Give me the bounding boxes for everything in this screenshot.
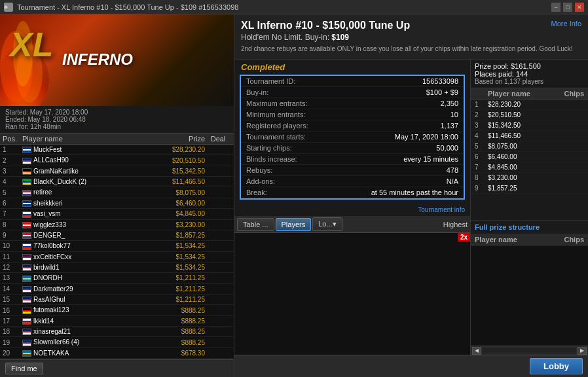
info-label-id: Tournament ID: <box>246 77 344 85</box>
flag-de <box>22 308 31 314</box>
find-me-button[interactable]: Find me <box>5 363 43 374</box>
close-button[interactable]: ✕ <box>575 3 584 12</box>
scroll-track[interactable] <box>483 348 576 353</box>
table-row[interactable]: 20NOETKAKA$678.30 <box>0 348 234 359</box>
info-row-break: Break: at 55 minutes past the hour <box>241 187 464 198</box>
tournament-info-link[interactable]: Tournament info <box>234 205 470 216</box>
info-value-break: at 55 minutes past the hour <box>344 188 458 196</box>
player-prize: $11,466.50 <box>153 178 205 185</box>
table-row[interactable]: 14Darkmatter29$1,211.25 <box>0 284 234 295</box>
flag-se <box>22 350 31 357</box>
tab-table[interactable]: Table ... <box>237 218 274 231</box>
scroll-right-button[interactable]: ▶ <box>578 347 587 355</box>
tab-lobby[interactable]: Lo...▾ <box>312 217 342 231</box>
player-pos: 18 <box>3 328 22 335</box>
middle-section: Completed Tournament ID: 156533098 Buy-i… <box>234 60 588 355</box>
col-deal-header: Deal <box>205 135 231 143</box>
player-prize: $6,460.00 <box>153 200 205 207</box>
info-label-break: Break: <box>246 188 344 196</box>
minimize-button[interactable]: − <box>551 3 560 12</box>
table-row[interactable]: 21creosbaldo (2)$678.30 <box>0 359 234 359</box>
tournament-details: Completed Tournament ID: 156533098 Buy-i… <box>234 60 470 355</box>
table-row[interactable]: 18xinasregal21$888.25 <box>0 327 234 337</box>
player-chips-list[interactable] <box>471 245 588 346</box>
tabs-highest: Highest <box>443 221 468 228</box>
player-name: GramNaKartike <box>22 168 153 175</box>
player-prize: $8,075.00 <box>153 189 205 196</box>
tab-players[interactable]: Players <box>276 218 312 231</box>
ran-for: Ran for: 12h 48min <box>5 123 229 130</box>
info-row-chips: Starting chips: 50,000 <box>241 143 464 154</box>
prize-name: $8,075.00 <box>488 143 584 150</box>
player-pos: 9 <box>3 232 22 239</box>
player-prize: $888.25 <box>153 339 205 346</box>
info-row-max: Maximum entrants: 2,350 <box>241 98 464 109</box>
player-chips-header: Player name Chips <box>471 234 588 245</box>
player-pos: 6 <box>3 200 22 207</box>
player-name: DNORDH <box>22 274 153 281</box>
started-date: Started: May 17, 2020 18:00 <box>5 109 229 116</box>
table-row[interactable]: 1MuckFest$28,230.20 <box>0 145 234 155</box>
full-prize-anchor[interactable]: Full prize structure <box>475 223 540 231</box>
maximize-button[interactable]: □ <box>563 3 572 12</box>
left-panel: XL INFERNO Started: May 17, 2020 18:00 E… <box>0 14 234 377</box>
flag-gb <box>22 158 31 164</box>
table-row[interactable]: 16futomaki123$888.25 <box>0 305 234 315</box>
col-player-header: Player name <box>22 135 153 143</box>
player-name: wigglez333 <box>22 221 153 228</box>
prize-row: 1$28,230.20 <box>471 99 588 110</box>
titlebar: ♠ Tournament - XL Inferno #10 - $150,000… <box>0 0 588 14</box>
full-prize-link: Full prize structure <box>471 220 588 234</box>
lobby-bar: Lobby <box>234 355 588 377</box>
places-paid-label: Places paid: <box>475 70 516 78</box>
table-row[interactable]: 3GramNaKartike$15,342.50 <box>0 166 234 177</box>
prize-pos: 9 <box>475 185 488 192</box>
chips-col-header: Chips <box>538 236 584 243</box>
based-on: Based on 1,137 players <box>475 78 584 85</box>
table-row[interactable]: 4BlackK_DuckK (2)$11,466.50 <box>0 177 234 187</box>
prize-pos: 1 <box>475 101 488 108</box>
table-row[interactable]: 8wigglez333$3,230.00 <box>0 220 234 230</box>
prize-name: $4,845.00 <box>488 164 584 171</box>
table-row[interactable]: 12birdwild1$1,534.25 <box>0 262 234 273</box>
scroll-left-button[interactable]: ◀ <box>472 347 481 355</box>
info-row-id: Tournament ID: 156533098 <box>241 76 464 87</box>
player-prize: $4,845.00 <box>153 210 205 217</box>
player-prize: $20,510.50 <box>153 157 205 164</box>
table-row[interactable]: 2ALLCasH90$20,510.50 <box>0 155 234 166</box>
player-name: lkkid14 <box>22 317 153 325</box>
flag-gb <box>22 264 31 271</box>
table-row[interactable]: 6sheikkkeri$6,460.00 <box>0 198 234 209</box>
info-row-blinds: Blinds increase: every 15 minutes <box>241 154 464 165</box>
info-value-rebuys: 478 <box>344 166 458 174</box>
table-row[interactable]: 15RasAIGhul$1,211.25 <box>0 295 234 305</box>
table-row[interactable]: 7vasi_vsm$4,845.00 <box>0 209 234 219</box>
table-row[interactable]: 1077kol0bok77$1,534.25 <box>0 241 234 251</box>
flag-ru <box>22 211 31 218</box>
table-row[interactable]: 17lkkid14$888.25 <box>0 316 234 327</box>
player-pos: 4 <box>3 178 22 185</box>
player-pos: 10 <box>3 242 22 249</box>
info-value-addons: N/A <box>344 177 458 185</box>
prize-pool-label: Prize pool: <box>475 62 511 70</box>
info-label-min: Minimum entrants: <box>246 111 344 118</box>
prize-name: $6,460.00 <box>488 153 584 160</box>
table-row[interactable]: 11xxCelticFCxx$1,534.25 <box>0 252 234 262</box>
more-info-link[interactable]: More Info <box>551 20 581 27</box>
info-label-blinds: Blinds increase: <box>246 155 344 163</box>
lobby-button[interactable]: Lobby <box>530 358 583 374</box>
prize-row: 6$6,460.00 <box>471 152 588 162</box>
flag-gb <box>22 329 31 335</box>
player-name: ALLCasH90 <box>22 156 153 164</box>
table-row[interactable]: 9DENGER_$1,857.25 <box>0 230 234 241</box>
player-list[interactable]: 1MuckFest$28,230.202ALLCasH90$20,510.503… <box>0 145 234 359</box>
prizes-table-header: Player name Chips <box>471 88 588 99</box>
tournament-info-anchor[interactable]: Tournament info <box>418 206 465 213</box>
player-name: DENGER_ <box>22 232 153 239</box>
table-row[interactable]: 13DNORDH$1,211.25 <box>0 273 234 283</box>
player-name: MuckFest <box>22 146 153 153</box>
prizes-list[interactable]: 1$28,230.202$20,510.503$15,342.504$11,46… <box>471 99 588 220</box>
table-row[interactable]: 19Slowroller66 (4)$888.25 <box>0 337 234 348</box>
table-row[interactable]: 5retiree$8,075.00 <box>0 187 234 198</box>
completed-badge: Completed <box>234 60 470 75</box>
